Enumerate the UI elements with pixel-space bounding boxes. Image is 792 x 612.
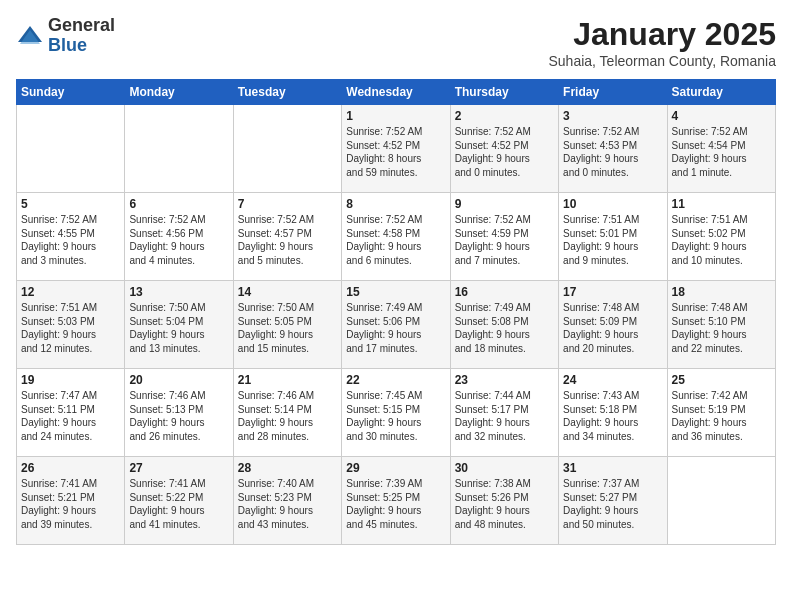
day-info: Sunrise: 7:49 AM Sunset: 5:06 PM Dayligh… xyxy=(346,301,445,355)
day-number: 14 xyxy=(238,285,337,299)
day-number: 2 xyxy=(455,109,554,123)
calendar-header: SundayMondayTuesdayWednesdayThursdayFrid… xyxy=(17,80,776,105)
calendar-cell xyxy=(125,105,233,193)
calendar-cell: 31Sunrise: 7:37 AM Sunset: 5:27 PM Dayli… xyxy=(559,457,667,545)
day-header-tuesday: Tuesday xyxy=(233,80,341,105)
day-info: Sunrise: 7:48 AM Sunset: 5:10 PM Dayligh… xyxy=(672,301,771,355)
calendar-cell: 10Sunrise: 7:51 AM Sunset: 5:01 PM Dayli… xyxy=(559,193,667,281)
calendar-cell: 27Sunrise: 7:41 AM Sunset: 5:22 PM Dayli… xyxy=(125,457,233,545)
day-info: Sunrise: 7:48 AM Sunset: 5:09 PM Dayligh… xyxy=(563,301,662,355)
calendar-cell: 19Sunrise: 7:47 AM Sunset: 5:11 PM Dayli… xyxy=(17,369,125,457)
day-number: 6 xyxy=(129,197,228,211)
calendar-cell: 2Sunrise: 7:52 AM Sunset: 4:52 PM Daylig… xyxy=(450,105,558,193)
day-number: 12 xyxy=(21,285,120,299)
day-number: 22 xyxy=(346,373,445,387)
calendar-cell: 16Sunrise: 7:49 AM Sunset: 5:08 PM Dayli… xyxy=(450,281,558,369)
day-header-sunday: Sunday xyxy=(17,80,125,105)
day-info: Sunrise: 7:51 AM Sunset: 5:01 PM Dayligh… xyxy=(563,213,662,267)
day-info: Sunrise: 7:49 AM Sunset: 5:08 PM Dayligh… xyxy=(455,301,554,355)
calendar-cell: 18Sunrise: 7:48 AM Sunset: 5:10 PM Dayli… xyxy=(667,281,775,369)
calendar-cell: 7Sunrise: 7:52 AM Sunset: 4:57 PM Daylig… xyxy=(233,193,341,281)
day-info: Sunrise: 7:47 AM Sunset: 5:11 PM Dayligh… xyxy=(21,389,120,443)
calendar-cell: 24Sunrise: 7:43 AM Sunset: 5:18 PM Dayli… xyxy=(559,369,667,457)
day-info: Sunrise: 7:52 AM Sunset: 4:52 PM Dayligh… xyxy=(455,125,554,179)
day-info: Sunrise: 7:50 AM Sunset: 5:04 PM Dayligh… xyxy=(129,301,228,355)
calendar-cell: 29Sunrise: 7:39 AM Sunset: 5:25 PM Dayli… xyxy=(342,457,450,545)
day-number: 28 xyxy=(238,461,337,475)
day-info: Sunrise: 7:42 AM Sunset: 5:19 PM Dayligh… xyxy=(672,389,771,443)
day-header-thursday: Thursday xyxy=(450,80,558,105)
calendar-cell: 30Sunrise: 7:38 AM Sunset: 5:26 PM Dayli… xyxy=(450,457,558,545)
day-number: 16 xyxy=(455,285,554,299)
day-number: 21 xyxy=(238,373,337,387)
days-of-week-row: SundayMondayTuesdayWednesdayThursdayFrid… xyxy=(17,80,776,105)
day-info: Sunrise: 7:41 AM Sunset: 5:21 PM Dayligh… xyxy=(21,477,120,531)
day-header-monday: Monday xyxy=(125,80,233,105)
day-info: Sunrise: 7:44 AM Sunset: 5:17 PM Dayligh… xyxy=(455,389,554,443)
day-number: 8 xyxy=(346,197,445,211)
calendar-cell xyxy=(667,457,775,545)
day-info: Sunrise: 7:37 AM Sunset: 5:27 PM Dayligh… xyxy=(563,477,662,531)
calendar-cell: 26Sunrise: 7:41 AM Sunset: 5:21 PM Dayli… xyxy=(17,457,125,545)
title-block: January 2025 Suhaia, Teleorman County, R… xyxy=(549,16,777,69)
day-number: 27 xyxy=(129,461,228,475)
day-header-saturday: Saturday xyxy=(667,80,775,105)
day-info: Sunrise: 7:51 AM Sunset: 5:02 PM Dayligh… xyxy=(672,213,771,267)
day-header-wednesday: Wednesday xyxy=(342,80,450,105)
month-title: January 2025 xyxy=(549,16,777,53)
logo-icon xyxy=(16,22,44,50)
calendar-cell: 3Sunrise: 7:52 AM Sunset: 4:53 PM Daylig… xyxy=(559,105,667,193)
day-number: 25 xyxy=(672,373,771,387)
calendar-table: SundayMondayTuesdayWednesdayThursdayFrid… xyxy=(16,79,776,545)
page-header: General Blue January 2025 Suhaia, Teleor… xyxy=(16,16,776,69)
calendar-cell: 20Sunrise: 7:46 AM Sunset: 5:13 PM Dayli… xyxy=(125,369,233,457)
calendar-cell: 23Sunrise: 7:44 AM Sunset: 5:17 PM Dayli… xyxy=(450,369,558,457)
day-info: Sunrise: 7:40 AM Sunset: 5:23 PM Dayligh… xyxy=(238,477,337,531)
logo: General Blue xyxy=(16,16,115,56)
day-info: Sunrise: 7:46 AM Sunset: 5:13 PM Dayligh… xyxy=(129,389,228,443)
calendar-cell: 8Sunrise: 7:52 AM Sunset: 4:58 PM Daylig… xyxy=(342,193,450,281)
day-number: 29 xyxy=(346,461,445,475)
day-number: 18 xyxy=(672,285,771,299)
calendar-cell: 14Sunrise: 7:50 AM Sunset: 5:05 PM Dayli… xyxy=(233,281,341,369)
week-row-0: 1Sunrise: 7:52 AM Sunset: 4:52 PM Daylig… xyxy=(17,105,776,193)
day-info: Sunrise: 7:52 AM Sunset: 4:55 PM Dayligh… xyxy=(21,213,120,267)
day-info: Sunrise: 7:52 AM Sunset: 4:54 PM Dayligh… xyxy=(672,125,771,179)
day-number: 31 xyxy=(563,461,662,475)
calendar-cell: 25Sunrise: 7:42 AM Sunset: 5:19 PM Dayli… xyxy=(667,369,775,457)
day-info: Sunrise: 7:39 AM Sunset: 5:25 PM Dayligh… xyxy=(346,477,445,531)
day-number: 19 xyxy=(21,373,120,387)
day-number: 4 xyxy=(672,109,771,123)
calendar-cell: 21Sunrise: 7:46 AM Sunset: 5:14 PM Dayli… xyxy=(233,369,341,457)
day-number: 11 xyxy=(672,197,771,211)
day-info: Sunrise: 7:51 AM Sunset: 5:03 PM Dayligh… xyxy=(21,301,120,355)
day-info: Sunrise: 7:52 AM Sunset: 4:57 PM Dayligh… xyxy=(238,213,337,267)
day-number: 17 xyxy=(563,285,662,299)
day-info: Sunrise: 7:52 AM Sunset: 4:59 PM Dayligh… xyxy=(455,213,554,267)
calendar-cell: 22Sunrise: 7:45 AM Sunset: 5:15 PM Dayli… xyxy=(342,369,450,457)
week-row-2: 12Sunrise: 7:51 AM Sunset: 5:03 PM Dayli… xyxy=(17,281,776,369)
day-number: 26 xyxy=(21,461,120,475)
day-info: Sunrise: 7:52 AM Sunset: 4:53 PM Dayligh… xyxy=(563,125,662,179)
day-number: 30 xyxy=(455,461,554,475)
week-row-3: 19Sunrise: 7:47 AM Sunset: 5:11 PM Dayli… xyxy=(17,369,776,457)
calendar-cell xyxy=(233,105,341,193)
day-info: Sunrise: 7:41 AM Sunset: 5:22 PM Dayligh… xyxy=(129,477,228,531)
day-number: 23 xyxy=(455,373,554,387)
day-info: Sunrise: 7:43 AM Sunset: 5:18 PM Dayligh… xyxy=(563,389,662,443)
calendar-cell: 13Sunrise: 7:50 AM Sunset: 5:04 PM Dayli… xyxy=(125,281,233,369)
calendar-cell: 11Sunrise: 7:51 AM Sunset: 5:02 PM Dayli… xyxy=(667,193,775,281)
day-number: 7 xyxy=(238,197,337,211)
day-number: 3 xyxy=(563,109,662,123)
day-header-friday: Friday xyxy=(559,80,667,105)
day-number: 1 xyxy=(346,109,445,123)
day-info: Sunrise: 7:52 AM Sunset: 4:52 PM Dayligh… xyxy=(346,125,445,179)
calendar-cell: 12Sunrise: 7:51 AM Sunset: 5:03 PM Dayli… xyxy=(17,281,125,369)
week-row-4: 26Sunrise: 7:41 AM Sunset: 5:21 PM Dayli… xyxy=(17,457,776,545)
calendar-cell: 17Sunrise: 7:48 AM Sunset: 5:09 PM Dayli… xyxy=(559,281,667,369)
calendar-cell: 15Sunrise: 7:49 AM Sunset: 5:06 PM Dayli… xyxy=(342,281,450,369)
day-number: 5 xyxy=(21,197,120,211)
day-info: Sunrise: 7:38 AM Sunset: 5:26 PM Dayligh… xyxy=(455,477,554,531)
logo-text: General Blue xyxy=(48,16,115,56)
calendar-cell: 9Sunrise: 7:52 AM Sunset: 4:59 PM Daylig… xyxy=(450,193,558,281)
